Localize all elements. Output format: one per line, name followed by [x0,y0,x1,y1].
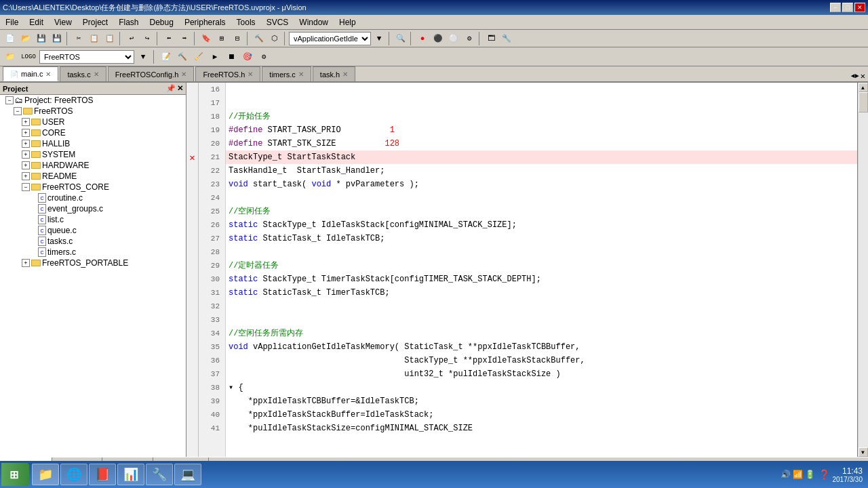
logo-button[interactable]: LOGO [19,49,38,64]
tab-freertosconfig-h[interactable]: FreeRTOSConfig.h ✕ [108,66,195,81]
dropdown-btn-2[interactable]: ▼ [136,49,151,64]
expand-icon-system[interactable]: + [22,150,30,159]
taskbar-app-pdf[interactable]: 📕 [89,464,116,485]
minimize-button[interactable]: − [830,3,841,12]
close-button[interactable]: ✕ [854,3,865,12]
compile-button[interactable]: 📝 [159,49,174,64]
menu-view[interactable]: View [49,16,77,28]
tree-item-event-groups[interactable]: C event_groups.c [0,203,186,214]
expand-icon-readme[interactable]: + [22,172,30,180]
tab-close-tasks[interactable]: ✕ [94,70,99,78]
start-button[interactable]: ⊞ [1,463,29,486]
tree-item-project[interactable]: − 🗂 Project: FreeRTOS [0,95,186,106]
tree-item-croutine[interactable]: C croutine.c [0,192,186,203]
taskbar-app-version[interactable]: 🔧 [146,464,173,485]
dropdown-btn[interactable]: ▼ [372,31,387,46]
download-button[interactable]: ▶ [208,49,222,64]
debug-button[interactable]: ⬡ [267,31,282,46]
menu-debug[interactable]: Debug [144,16,179,28]
sidebar-pin-button[interactable]: 📌 [166,84,176,93]
scroll-track[interactable] [859,92,868,447]
tree-item-freertos-core[interactable]: − FreeRTOS_CORE [0,182,186,192]
code-content[interactable]: //开始任务 #define START_TASK_PRIO 1 #define… [226,83,857,457]
cut-button[interactable]: ✂ [71,31,86,46]
tab-close-freertosconfig[interactable]: ✕ [181,70,186,78]
paste-button[interactable]: 📋 [102,31,117,46]
indent-button[interactable]: ⊞ [214,31,229,46]
new-file-button[interactable]: 📄 [3,31,18,46]
tree-item-readme[interactable]: + README [0,171,186,182]
function-dropdown[interactable]: vApplicationGetIdle [289,32,371,45]
expand-icon-user[interactable]: + [22,118,30,126]
stop-button[interactable]: ⚫ [431,31,446,46]
menu-tools[interactable]: Tools [231,16,261,28]
tree-item-freertos-portable[interactable]: + FreeRTOS_PORTABLE [0,258,186,268]
maximize-button[interactable]: □ [842,3,853,12]
taskbar-app-terminal[interactable]: 💻 [174,464,201,485]
tree-item-timers[interactable]: C timers.c [0,247,186,258]
tree-item-hardware[interactable]: + HARDWARE [0,160,186,171]
window-layout-button[interactable]: 🗔 [484,31,498,46]
tab-task-h[interactable]: task.h ✕ [313,66,355,81]
expand-icon-core[interactable]: + [22,129,30,137]
tab-close-all[interactable]: ✕ [861,71,865,81]
target-button[interactable]: 🎯 [240,49,255,64]
taskbar-help-icon[interactable]: ❓ [818,469,830,480]
project-dropdown[interactable]: FreeRTOS [39,50,134,64]
sidebar-close-button[interactable]: ✕ [177,84,183,93]
menu-help[interactable]: Help [334,16,361,28]
tree-item-hallib[interactable]: + HALLIB [0,138,186,149]
tab-freertos-h[interactable]: FreeRTOS.h ✕ [195,66,260,81]
tree-item-user[interactable]: + USER [0,117,186,127]
vertical-scrollbar[interactable]: ▲ ▼ [857,83,868,457]
breakpoint-gutter[interactable]: ✕ [186,83,199,457]
scroll-thumb[interactable] [859,92,868,113]
outdent-button[interactable]: ⊟ [230,31,245,46]
forward-button[interactable]: ➡ [177,31,192,46]
tree-item-system[interactable]: + SYSTEM [0,149,186,160]
menu-window[interactable]: Window [294,16,334,28]
tree-item-core[interactable]: + CORE [0,127,186,138]
build-btn[interactable]: 🔨 [252,31,267,46]
tab-close-timers[interactable]: ✕ [298,70,304,78]
taskbar-app-explorer[interactable]: 📁 [32,464,59,485]
bookmark-button[interactable]: 🔖 [199,31,214,46]
tree-item-queue[interactable]: C queue.c [0,225,186,236]
tab-main-c[interactable]: 📄 main.c ✕ [3,66,58,81]
find-button[interactable]: 🔍 [393,31,408,46]
expand-icon-freertos[interactable]: − [14,107,22,115]
tab-tasks-c[interactable]: tasks.c ✕ [60,66,106,81]
settings-button[interactable]: ⚙ [462,31,477,46]
save-all-button[interactable]: 💾 [50,31,64,46]
menu-peripherals[interactable]: Peripherals [179,16,231,28]
menu-edit[interactable]: Edit [24,16,49,28]
back-button[interactable]: ⬅ [161,31,176,46]
stop-debug-button[interactable]: ⏹ [224,49,239,64]
undo-button[interactable]: ↩ [124,31,139,46]
scroll-up-button[interactable]: ▲ [859,83,868,92]
build-all-button[interactable]: 🔨 [175,49,190,64]
tab-timers-c[interactable]: timers.c ✕ [262,66,311,81]
copy-button[interactable]: 📋 [87,31,102,46]
tree-item-freertos[interactable]: − FreeRTOS [0,106,186,117]
scroll-down-button[interactable]: ▼ [859,447,868,457]
menu-svcs[interactable]: SVCS [261,16,294,28]
expand-icon-project[interactable]: − [5,96,14,104]
run-button[interactable]: ● [415,31,430,46]
expand-icon-hardware[interactable]: + [22,161,30,169]
tab-close-task-h[interactable]: ✕ [342,70,348,78]
redo-button[interactable]: ↪ [140,31,155,46]
menu-flash[interactable]: Flash [113,16,144,28]
tree-item-tasks[interactable]: C tasks.c [0,236,186,247]
taskbar-app-browser[interactable]: 🌐 [60,464,87,485]
expand-icon-hallib[interactable]: + [22,140,30,148]
open-button[interactable]: 📂 [18,31,33,46]
options-button[interactable]: ⚙ [256,49,271,64]
tools-button[interactable]: 🔧 [499,31,514,46]
menu-file[interactable]: File [0,16,24,28]
tab-close-main[interactable]: ✕ [45,70,51,78]
expand-icon-freertos-portable[interactable]: + [22,259,30,267]
tab-close-freertos-h[interactable]: ✕ [248,70,253,78]
tree-item-list[interactable]: C list.c [0,214,186,225]
tab-scroll-right[interactable]: ► [855,73,859,80]
